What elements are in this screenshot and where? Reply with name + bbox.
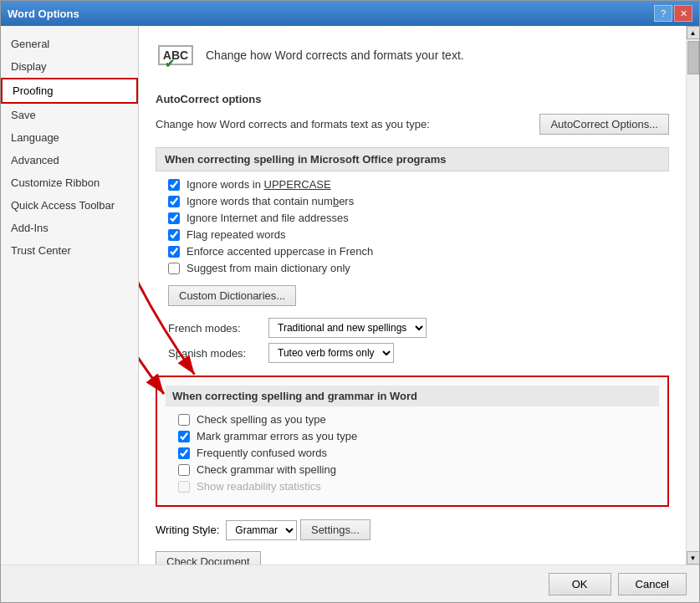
flag-repeated-row: Flag repeated words	[168, 228, 669, 241]
enforce-french-checkbox[interactable]	[168, 246, 180, 258]
ok-button[interactable]: OK	[549, 573, 611, 595]
sidebar-item-advanced[interactable]: Advanced	[1, 149, 138, 171]
readability-checkbox[interactable]	[178, 481, 190, 493]
window-title: Word Options	[8, 8, 79, 20]
mark-grammar-checkbox[interactable]	[178, 431, 190, 442]
check-grammar-checkbox[interactable]	[178, 464, 190, 476]
sidebar-item-proofing[interactable]: Proofing	[1, 78, 138, 104]
mark-grammar-label: Mark grammar errors as you type	[197, 430, 357, 442]
custom-dictionaries-button[interactable]: Custom Dictionaries...	[168, 285, 296, 306]
word-section-title: When correcting spelling and grammar in …	[166, 386, 659, 406]
ignore-uppercase-checkbox[interactable]	[168, 179, 180, 191]
word-options-window: Word Options ? ✕ General Display Proofin…	[0, 0, 700, 603]
ignore-numbers-row: Ignore words that contain numbers	[168, 195, 669, 207]
ignore-internet-row: Ignore Internet and file addresses	[168, 212, 669, 224]
flag-repeated-label: Flag repeated words	[186, 228, 286, 241]
french-modes-select[interactable]: Traditional and new spellings	[268, 318, 427, 338]
sidebar-item-add-ins[interactable]: Add-Ins	[1, 217, 138, 239]
check-grammar-label: Check grammar with spelling	[197, 463, 336, 476]
scroll-up-arrow[interactable]: ▲	[687, 26, 700, 39]
enforce-french-label: Enforce accented uppercase in French	[186, 245, 373, 258]
check-spelling-row: Check spelling as you type	[178, 413, 659, 426]
ignore-internet-checkbox[interactable]	[168, 212, 180, 224]
spanish-modes-select[interactable]: Tuteo verb forms only	[268, 343, 394, 363]
sidebar-item-save[interactable]: Save	[1, 104, 138, 126]
ignore-internet-label: Ignore Internet and file addresses	[186, 212, 349, 224]
sidebar-item-customize-ribbon[interactable]: Customize Ribbon	[1, 171, 138, 194]
settings-button[interactable]: Settings...	[300, 519, 370, 540]
abc-box: ABC ✔	[158, 45, 193, 65]
ignore-numbers-checkbox[interactable]	[168, 196, 180, 207]
autocorrect-row: Change how Word corrects and formats tex…	[156, 114, 669, 135]
sidebar-item-general[interactable]: General	[1, 33, 138, 55]
spanish-modes-label: Spanish modes:	[168, 347, 268, 360]
autocorrect-options-button[interactable]: AutoCorrect Options...	[539, 114, 669, 135]
enforce-french-row: Enforce accented uppercase in French	[168, 245, 669, 258]
autocorrect-label: Change how Word corrects and formats tex…	[156, 118, 430, 130]
spanish-modes-row: Spanish modes: Tuteo verb forms only	[168, 343, 669, 363]
sidebar-item-display[interactable]: Display	[1, 55, 138, 78]
checkmark-icon: ✔	[165, 57, 175, 70]
check-spelling-checkbox[interactable]	[178, 414, 190, 426]
writing-style-label: Writing Style:	[156, 524, 219, 536]
ignore-uppercase-row: Ignore words in UPPERCASE	[168, 178, 669, 191]
check-grammar-row: Check grammar with spelling	[178, 463, 659, 476]
check-spelling-label: Check spelling as you type	[197, 413, 326, 426]
readability-label: Show readability statistics	[197, 480, 321, 493]
sidebar-item-language[interactable]: Language	[1, 126, 138, 149]
readability-row: Show readability statistics	[178, 480, 659, 493]
title-bar-buttons: ? ✕	[654, 5, 692, 22]
sidebar-item-trust-center[interactable]: Trust Center	[1, 239, 138, 262]
cancel-button[interactable]: Cancel	[618, 573, 687, 595]
writing-style-row: Writing Style: Grammar Settings...	[156, 519, 669, 540]
confused-words-row: Frequently confused words	[178, 447, 659, 459]
scroll-thumb[interactable]	[687, 41, 699, 74]
french-modes-row: French modes: Traditional and new spelli…	[168, 318, 669, 338]
suggest-main-label: Suggest from main dictionary only	[186, 262, 350, 274]
header-text: Change how Word corrects and formats you…	[206, 49, 464, 62]
check-document-button[interactable]: Check Document	[156, 551, 261, 565]
spelling-office-header: When correcting spelling in Microsoft Of…	[156, 147, 669, 171]
window-content: General Display Proofing Save Language A…	[1, 26, 699, 565]
help-button[interactable]: ?	[654, 5, 672, 22]
main-content: ABC ✔ Change how Word corrects and forma…	[139, 26, 686, 565]
suggest-main-checkbox[interactable]	[168, 263, 180, 274]
flag-repeated-checkbox[interactable]	[168, 229, 180, 241]
header-area: ABC ✔ Change how Word corrects and forma…	[156, 38, 669, 80]
bottom-bar: OK Cancel	[1, 565, 699, 602]
confused-words-checkbox[interactable]	[178, 447, 190, 459]
suggest-main-row: Suggest from main dictionary only	[168, 262, 669, 274]
title-bar: Word Options ? ✕	[1, 1, 699, 26]
word-spelling-section: When correcting spelling and grammar in …	[156, 376, 669, 507]
sidebar: General Display Proofing Save Language A…	[1, 26, 139, 565]
confused-words-label: Frequently confused words	[197, 447, 327, 459]
abc-icon: ABC ✔	[156, 38, 196, 72]
french-modes-label: French modes:	[168, 322, 268, 335]
writing-style-select[interactable]: Grammar	[226, 520, 297, 540]
close-button[interactable]: ✕	[674, 5, 692, 22]
sidebar-item-quick-access[interactable]: Quick Access Toolbar	[1, 194, 138, 217]
scroll-down-arrow[interactable]: ▼	[687, 551, 700, 565]
mark-grammar-row: Mark grammar errors as you type	[178, 430, 659, 442]
scrollbar: ▲ ▼	[686, 26, 699, 565]
autocorrect-section-title: AutoCorrect options	[156, 93, 669, 105]
